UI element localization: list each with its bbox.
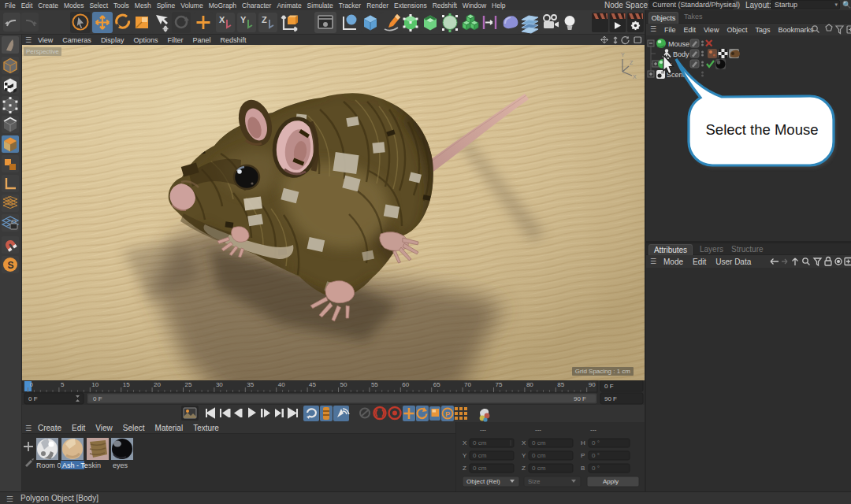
svg-text:---: ---	[480, 426, 486, 433]
svg-text:P: P	[445, 410, 450, 418]
svg-text:---: ---	[535, 426, 541, 433]
svg-text:0 F: 0 F	[28, 395, 38, 402]
svg-text:Room 0: Room 0	[36, 461, 61, 469]
svg-text:10: 10	[91, 381, 98, 388]
svg-text:0 cm: 0 cm	[532, 465, 546, 472]
svg-text:0 cm: 0 cm	[473, 439, 487, 447]
svg-text:Object (Rel): Object (Rel)	[466, 478, 500, 485]
svg-text:S: S	[8, 260, 14, 271]
svg-text:Z: Z	[522, 465, 526, 472]
svg-text:90: 90	[589, 381, 596, 388]
svg-text:---: ---	[590, 426, 596, 433]
svg-text:skin: skin	[88, 461, 101, 469]
svg-text:0 F: 0 F	[93, 395, 102, 402]
svg-text:Ash - Te: Ash - Te	[62, 461, 88, 469]
svg-text:0 °: 0 °	[592, 465, 600, 472]
svg-text:30: 30	[216, 381, 223, 388]
svg-text:H: H	[581, 439, 585, 447]
svg-text:85: 85	[557, 381, 564, 388]
svg-text:70: 70	[464, 381, 471, 388]
svg-text:X: X	[219, 15, 225, 24]
svg-text:45: 45	[309, 381, 316, 388]
svg-text:y: y	[668, 61, 672, 69]
svg-text:80: 80	[526, 381, 533, 388]
svg-text:X: X	[463, 439, 467, 447]
svg-text:Scene: Scene	[667, 71, 687, 79]
svg-text:90 F: 90 F	[604, 395, 617, 402]
svg-text:Y: Y	[463, 452, 467, 459]
svg-text:35: 35	[247, 381, 254, 388]
svg-text:0 °: 0 °	[592, 452, 600, 459]
svg-text:Y: Y	[240, 15, 247, 24]
svg-text:5: 5	[61, 381, 65, 388]
svg-text:Z: Z	[630, 60, 634, 65]
svg-text:X: X	[522, 439, 526, 447]
svg-text:Z: Z	[463, 465, 466, 472]
svg-text:Size: Size	[528, 478, 541, 485]
svg-text:Body: Body	[673, 50, 689, 58]
svg-text:90 F: 90 F	[574, 395, 586, 402]
svg-text:55: 55	[371, 381, 378, 388]
svg-text:0 cm: 0 cm	[532, 452, 546, 459]
svg-text:0 cm: 0 cm	[473, 452, 487, 459]
svg-text:0 °: 0 °	[592, 439, 600, 447]
svg-text:Mouse: Mouse	[668, 40, 689, 48]
svg-text:eyes: eyes	[113, 461, 128, 469]
svg-text:B: B	[581, 465, 585, 472]
svg-text:60: 60	[402, 381, 409, 388]
svg-text:65: 65	[433, 381, 440, 388]
svg-text:P: P	[581, 452, 585, 459]
svg-text:0: 0	[30, 381, 34, 388]
svg-text:Y: Y	[522, 452, 526, 459]
svg-text:15: 15	[123, 381, 130, 388]
svg-text:Y: Y	[621, 52, 625, 57]
svg-text:Z: Z	[262, 15, 267, 24]
svg-text:0 cm: 0 cm	[532, 439, 546, 447]
svg-text:0 cm: 0 cm	[473, 465, 487, 472]
svg-text:50: 50	[340, 381, 347, 388]
svg-text:X: X	[633, 74, 637, 80]
svg-text:25: 25	[185, 381, 192, 388]
svg-text:40: 40	[278, 381, 285, 388]
svg-text:20: 20	[154, 381, 161, 388]
svg-text:0 F: 0 F	[604, 383, 614, 390]
svg-text:Apply: Apply	[603, 478, 619, 485]
svg-text:75: 75	[496, 381, 503, 388]
